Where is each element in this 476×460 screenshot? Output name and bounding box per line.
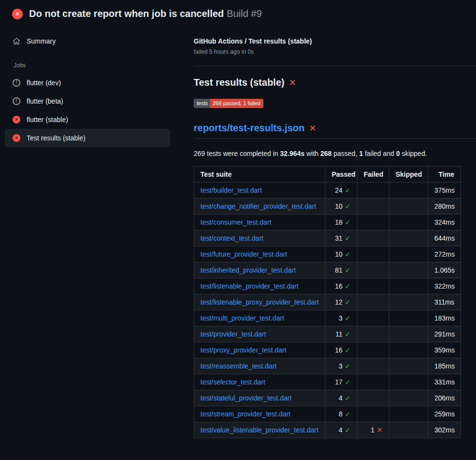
failed-cell (357, 199, 389, 215)
skipped-cell (389, 390, 428, 406)
badge-value: 268 passed, 1 failed (210, 99, 263, 108)
skipped-cell (389, 422, 428, 438)
test-suite-link[interactable]: test/inherited_provider_test.dart (200, 266, 296, 274)
summary-text: with (305, 150, 321, 157)
failed-cell (357, 262, 389, 278)
check-icon: ✓ (345, 410, 351, 418)
failed-cell: 1✕ (357, 422, 389, 438)
sidebar-item-flutter-dev[interactable]: !flutter (dev) (5, 74, 170, 92)
suite-cell: test/value_listenable_provider_test.dart (194, 422, 325, 438)
passed-cell: 3✓ (325, 358, 357, 374)
failed-cell (357, 390, 389, 406)
count-value: 11 (336, 330, 343, 338)
tests-status-badge: tests 268 passed, 1 failed (194, 99, 263, 108)
passed-cell: 81✓ (325, 262, 357, 278)
x-circle-icon: ✕ (13, 134, 20, 142)
sidebar-item-flutter-stable[interactable]: ✕flutter (stable) (5, 110, 170, 129)
count-value: 24 (335, 186, 343, 194)
column-header-failed: Failed (357, 167, 389, 183)
test-suite-row: test/context_test.dart31✓644ms (194, 230, 461, 246)
passed-cell: 8✓ (325, 406, 357, 422)
run-meta: failed 5 hours ago in 0s (194, 48, 461, 55)
time-cell: 291ms (428, 326, 461, 342)
skipped-cell (389, 278, 428, 294)
check-title: Do not create report when job is cancell… (29, 8, 224, 19)
test-suite-link[interactable]: test/proxy_provider_test.dart (200, 346, 286, 354)
test-suite-row: test/builder_test.dart24✓375ms (194, 183, 461, 199)
count-value: 1 (370, 426, 374, 434)
suite-cell: test/selector_test.dart (194, 374, 325, 390)
test-suite-link[interactable]: test/listenable_proxy_provider_test.dart (200, 298, 319, 306)
failed-cell (357, 326, 389, 342)
test-suite-link[interactable]: test/stream_provider_test.dart (200, 410, 291, 418)
test-suite-link[interactable]: test/value_listenable_provider_test.dart (200, 426, 319, 434)
test-suite-link[interactable]: test/builder_test.dart (200, 186, 262, 194)
suite-cell: test/listenable_proxy_provider_test.dart (194, 294, 325, 310)
column-header-time: Time (428, 167, 461, 183)
test-suite-row: test/stream_provider_test.dart8✓259ms (194, 406, 461, 422)
sidebar-item-flutter-beta[interactable]: !flutter (beta) (5, 92, 170, 110)
check-icon: ✓ (345, 218, 351, 226)
passed-cell: 11✓ (325, 326, 357, 342)
test-suite-link[interactable]: test/future_provider_test.dart (200, 250, 287, 258)
suite-cell: test/stream_provider_test.dart (194, 406, 325, 422)
test-suite-link[interactable]: test/change_notifier_provider_test.dart (200, 202, 316, 210)
time-cell: 359ms (428, 342, 461, 358)
passed-cell: 10✓ (325, 199, 357, 215)
test-suite-link[interactable]: test/provider_test.dart (200, 330, 266, 338)
passed-cell: 16✓ (325, 342, 357, 358)
test-suite-link[interactable]: test/selector_test.dart (200, 378, 265, 386)
test-suite-link[interactable]: test/stateful_provider_test.dart (200, 394, 292, 402)
sidebar-item-test-results-stable[interactable]: ✕Test results (stable) (5, 129, 170, 147)
skipped-cell (389, 326, 428, 342)
skipped-cell (389, 374, 428, 390)
test-suite-link[interactable]: test/consumer_test.dart (200, 218, 271, 226)
page-header: ✕ Do not create report when job is cance… (0, 0, 476, 25)
summary-text: skipped. (400, 150, 427, 157)
count-value: 10 (335, 202, 343, 210)
skipped-cell (389, 310, 428, 326)
job-label: Test results (stable) (27, 134, 85, 142)
test-suite-link[interactable]: test/multi_provider_test.dart (200, 314, 284, 322)
alert-circle-icon: ! (13, 97, 20, 105)
suite-cell: test/multi_provider_test.dart (194, 310, 325, 326)
count-value: 18 (335, 218, 343, 226)
test-suite-link[interactable]: test/reassemble_test.dart (200, 362, 276, 370)
suite-cell: test/change_notifier_provider_test.dart (194, 199, 325, 215)
passed-cell: 24✓ (325, 183, 357, 199)
passed-cell: 31✓ (325, 230, 357, 246)
count-value: 10 (335, 250, 343, 258)
check-icon: ✓ (345, 250, 351, 258)
test-suite-row: test/selector_test.dart17✓331ms (194, 374, 461, 390)
report-file-link[interactable]: reports/test-results.json (194, 123, 305, 134)
suite-cell: test/context_test.dart (194, 230, 325, 246)
count-value: 16 (335, 282, 343, 290)
passed-cell: 12✓ (325, 294, 357, 310)
column-header-skipped: Skipped (389, 167, 428, 183)
test-suite-link[interactable]: test/listenable_provider_test.dart (200, 282, 298, 290)
table-header-row: Test suitePassedFailedSkippedTime (194, 167, 461, 183)
passed-cell: 18✓ (325, 215, 357, 230)
test-suite-link[interactable]: test/context_test.dart (200, 234, 263, 242)
sidebar-item-summary[interactable]: Summary (5, 32, 170, 50)
failed-cell (357, 406, 389, 422)
test-suite-row: test/change_notifier_provider_test.dart1… (194, 199, 461, 215)
test-suite-row: test/consumer_test.dart18✓324ms (194, 215, 461, 230)
count-value: 8 (338, 410, 342, 418)
test-suite-row: test/listenable_provider_test.dart16✓322… (194, 278, 461, 294)
table-body: test/builder_test.dart24✓375mstest/chang… (194, 183, 461, 438)
suite-cell: test/consumer_test.dart (194, 215, 325, 230)
job-label: flutter (dev) (27, 79, 61, 87)
time-cell: 272ms (428, 246, 461, 262)
test-suite-row: test/inherited_provider_test.dart81✓1.06… (194, 262, 461, 278)
suite-cell: test/future_provider_test.dart (194, 246, 325, 262)
time-cell: 331ms (428, 374, 461, 390)
skipped-cell (389, 342, 428, 358)
report-file-heading: reports/test-results.json ✕ (194, 123, 476, 139)
job-label: flutter (beta) (27, 97, 63, 105)
summary-text: 269 tests were completed in (194, 150, 280, 157)
badge-label: tests (194, 99, 210, 108)
skipped-cell (389, 406, 428, 422)
failed-cell (357, 310, 389, 326)
failed-cell (357, 278, 389, 294)
